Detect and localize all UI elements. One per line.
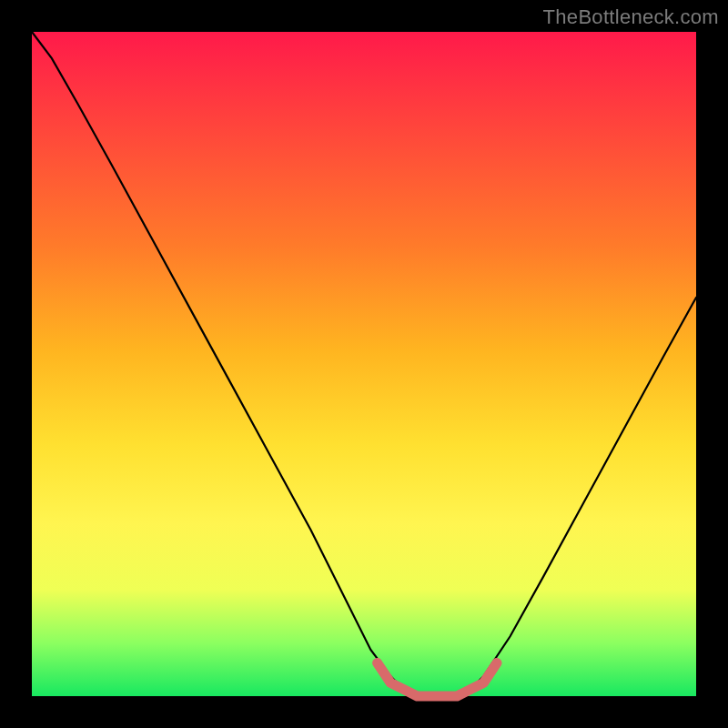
watermark-text: TheBottleneck.com	[543, 5, 719, 29]
bottleneck-curve	[32, 32, 696, 696]
plot-area	[32, 32, 696, 696]
chart-frame: TheBottleneck.com	[0, 0, 728, 728]
curve-layer	[32, 32, 696, 696]
